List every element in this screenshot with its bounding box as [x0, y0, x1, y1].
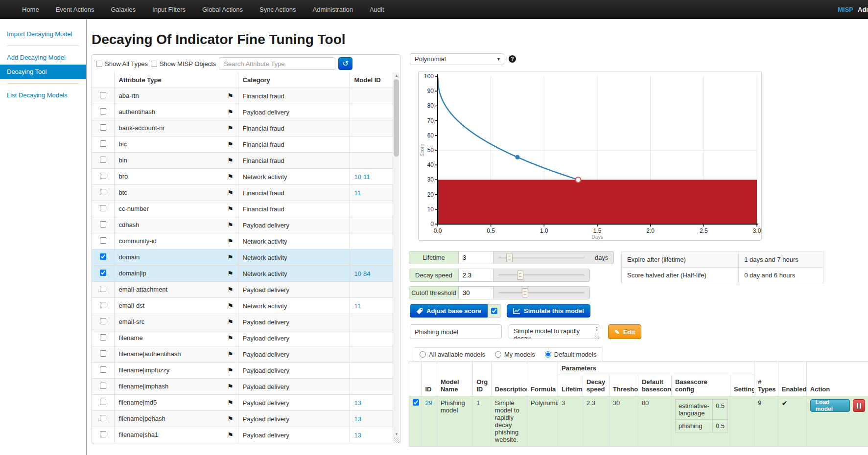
model-id-link[interactable]: 84	[363, 270, 370, 277]
control-slider[interactable]	[493, 251, 589, 264]
table-row[interactable]: filename|impfuzzy⚑Payload delivery	[92, 363, 393, 379]
row-checkbox[interactable]	[100, 286, 106, 292]
pause-model-button[interactable]	[853, 399, 865, 412]
model-id-link[interactable]: 13	[354, 415, 361, 423]
row-checkbox[interactable]	[100, 205, 106, 211]
slider-thumb[interactable]	[522, 288, 528, 297]
panel-resize-handle[interactable]	[394, 437, 399, 443]
scrollbar-up-arrow[interactable]: ▲	[393, 72, 400, 79]
table-row[interactable]: community-id⚑Network activity	[92, 233, 393, 250]
row-checkbox[interactable]	[100, 431, 106, 437]
sidebar-item-add-decaying-model[interactable]: Add Decaying Model	[0, 50, 86, 65]
row-checkbox[interactable]	[100, 318, 106, 324]
edit-model-button[interactable]: ✎ Edit	[608, 324, 641, 339]
table-row[interactable]: bro⚑Network activity1011	[92, 169, 393, 185]
nav-item-global-actions[interactable]: Global Actions	[194, 0, 251, 19]
sidebar-item-import-decaying-model[interactable]: Import Decaying Model	[0, 27, 86, 41]
nav-item-audit[interactable]: Audit	[361, 0, 393, 19]
table-row[interactable]: email-attachment⚑Payload delivery	[92, 282, 393, 298]
row-checkbox[interactable]	[100, 399, 106, 405]
table-row[interactable]: filename|md5⚑Payload delivery13	[92, 395, 393, 411]
model-description-textarea[interactable]: Simple model to rapidly decay	[509, 324, 600, 339]
simulate-model-button[interactable]: Simulate this model	[507, 304, 590, 318]
row-checkbox[interactable]	[100, 366, 106, 373]
model-id-link[interactable]: 10	[354, 173, 361, 181]
reset-search-button[interactable]: ↺	[338, 57, 352, 70]
table-row[interactable]: filename|sha1⚑Payload delivery13	[92, 427, 393, 443]
model-id-link[interactable]: 11	[363, 173, 370, 181]
misp-brand[interactable]: MISP	[838, 0, 853, 19]
control-value-input[interactable]	[459, 251, 493, 264]
model-id-link[interactable]: 11	[354, 189, 361, 197]
control-slider[interactable]	[493, 269, 589, 281]
control-slider[interactable]	[493, 287, 589, 299]
control-value-input[interactable]	[459, 269, 493, 281]
help-icon[interactable]: ?	[509, 55, 516, 63]
table-row[interactable]: bin⚑Financial fraud	[92, 153, 393, 169]
table-row[interactable]: filename⚑Payload delivery	[92, 330, 393, 346]
model-filter-all-available-models[interactable]: All available models	[420, 351, 485, 358]
scrollbar-down-arrow[interactable]: ▼	[393, 431, 400, 437]
table-row[interactable]: bic⚑Financial fraud	[92, 136, 393, 153]
model-id-link[interactable]: 11	[354, 302, 361, 310]
table-row[interactable]: aba-rtn⚑Financial fraud	[92, 88, 393, 104]
model-id-link[interactable]: 13	[354, 432, 361, 439]
show-misp-objects-toggle[interactable]: Show MISP Objects	[151, 60, 216, 68]
table-row[interactable]: email-src⚑Payload delivery	[92, 314, 393, 330]
org-id-link[interactable]: 1	[476, 399, 480, 407]
model-filter-default-models[interactable]: Default models	[545, 351, 597, 358]
decay-chart[interactable]: 01020304050607080901000.00.51.01.52.02.5…	[419, 71, 761, 240]
row-checkbox[interactable]	[100, 108, 106, 114]
sidebar-item-list-decaying-models[interactable]: List Decaying Models	[0, 88, 86, 102]
model-id-link[interactable]: 10	[354, 270, 361, 277]
table-row[interactable]: cc-number⚑Financial fraud	[92, 201, 393, 217]
show-all-types-checkbox[interactable]	[96, 61, 102, 67]
nav-user-menu[interactable]: Admin	[858, 0, 868, 19]
row-checkbox[interactable]	[100, 124, 106, 131]
textarea-resize-handle[interactable]	[595, 335, 599, 339]
table-row[interactable]: cdhash⚑Payload delivery	[92, 217, 393, 233]
load-model-button[interactable]: Load model	[810, 399, 850, 412]
row-checkbox[interactable]	[100, 334, 106, 341]
nav-item-administration[interactable]: Administration	[305, 0, 361, 19]
radio-my-models[interactable]	[495, 351, 501, 358]
nav-item-event-actions[interactable]: Event Actions	[47, 0, 103, 19]
slider-thumb[interactable]	[517, 271, 523, 280]
show-misp-objects-checkbox[interactable]	[151, 61, 157, 67]
row-checkbox[interactable]	[100, 157, 106, 163]
row-checkbox[interactable]	[100, 253, 106, 260]
radio-default-models[interactable]	[545, 351, 551, 358]
row-checkbox[interactable]	[100, 383, 106, 389]
radio-all-available-models[interactable]	[420, 351, 426, 358]
table-row[interactable]: authentihash⚑Payload delivery	[92, 104, 393, 120]
row-checkbox[interactable]	[100, 350, 106, 357]
table-row[interactable]: domain|ip⚑Network activity1084	[92, 266, 393, 282]
nav-item-galaxies[interactable]: Galaxies	[102, 0, 144, 19]
model-row-checkbox[interactable]	[413, 399, 419, 406]
table-row[interactable]: btc⚑Financial fraud11	[92, 185, 393, 201]
row-checkbox[interactable]	[100, 302, 106, 308]
adjust-base-score-button[interactable]: Adjust base score	[410, 304, 488, 318]
table-row[interactable]: filename|authentihash⚑Payload delivery	[92, 346, 393, 363]
row-checkbox[interactable]	[100, 92, 106, 98]
scrollbar-thumb[interactable]	[394, 79, 399, 157]
model-filter-my-models[interactable]: My models	[495, 351, 535, 358]
nav-item-home[interactable]: Home	[14, 0, 47, 19]
slider-thumb[interactable]	[506, 253, 513, 262]
table-row[interactable]: bank-account-nr⚑Financial fraud	[92, 120, 393, 136]
nav-item-input-filters[interactable]: Input Filters	[144, 0, 194, 19]
adjust-base-score-checkbox[interactable]	[491, 308, 497, 314]
row-checkbox[interactable]	[100, 173, 106, 179]
model-id-link[interactable]: 13	[354, 399, 361, 407]
row-checkbox[interactable]	[100, 415, 106, 421]
row-checkbox[interactable]	[100, 140, 106, 147]
control-value-input[interactable]	[459, 287, 493, 299]
textarea-scroll-arrows[interactable]: ▲▼	[595, 326, 598, 332]
table-row[interactable]: filename|pehash⚑Payload delivery13	[92, 411, 393, 427]
row-checkbox[interactable]	[100, 189, 106, 195]
model-id-link[interactable]: 29	[425, 399, 432, 407]
model-name-input[interactable]	[410, 324, 502, 339]
table-row[interactable]: domain⚑Network activity	[92, 250, 393, 266]
nav-item-sync-actions[interactable]: Sync Actions	[251, 0, 304, 19]
table-row[interactable]: email-dst⚑Network activity11	[92, 298, 393, 314]
